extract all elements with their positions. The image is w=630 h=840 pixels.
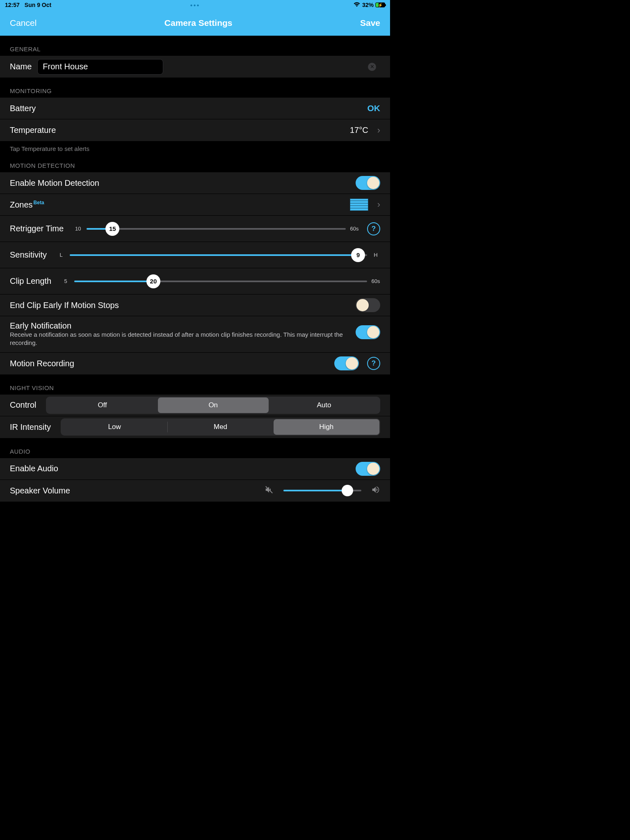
battery-icon: ⚡ bbox=[375, 2, 385, 7]
status-bar: 12:57 Sun 9 Oct ●●● 32% ⚡ bbox=[0, 0, 390, 10]
retrigger-min: 10 bbox=[73, 226, 82, 232]
row-ir-intensity: IR Intensity Low Med High bbox=[0, 416, 390, 438]
retrigger-max: 60s bbox=[350, 226, 359, 232]
early-notif-description: Receive a notification as soon as motion… bbox=[10, 331, 346, 347]
row-zones[interactable]: ZonesBeta › bbox=[0, 194, 390, 216]
status-time: 12:57 bbox=[5, 2, 20, 8]
early-notif-toggle[interactable] bbox=[356, 325, 380, 339]
status-date: Sun 9 Oct bbox=[25, 2, 51, 8]
enable-motion-label: Enable Motion Detection bbox=[10, 178, 99, 188]
ir-high[interactable]: High bbox=[274, 419, 379, 435]
retrigger-help-icon[interactable]: ? bbox=[367, 222, 380, 235]
night-control-segmented: Off On Auto bbox=[46, 397, 380, 414]
name-label: Name bbox=[10, 62, 32, 71]
enable-audio-label: Enable Audio bbox=[10, 464, 58, 473]
row-retrigger: Retrigger Time 10 15 60s ? bbox=[0, 216, 390, 242]
night-control-label: Control bbox=[10, 400, 36, 410]
sensitivity-label: Sensitivity bbox=[10, 250, 47, 260]
enable-motion-toggle[interactable] bbox=[356, 176, 380, 190]
sensitivity-min: L bbox=[57, 252, 66, 258]
ir-intensity-label: IR Intensity bbox=[10, 422, 51, 432]
section-header-audio: AUDIO bbox=[0, 438, 390, 458]
battery-percentage: 32% bbox=[362, 2, 374, 8]
wifi-icon bbox=[353, 2, 361, 8]
night-control-off[interactable]: Off bbox=[47, 397, 158, 413]
clip-length-slider[interactable]: 20 bbox=[74, 281, 367, 282]
clear-name-icon[interactable]: ✕ bbox=[368, 63, 376, 71]
clip-min: 5 bbox=[61, 278, 70, 284]
motion-recording-toggle[interactable] bbox=[334, 356, 359, 370]
retrigger-label: Retrigger Time bbox=[10, 224, 64, 233]
ir-intensity-segmented: Low Med High bbox=[61, 418, 380, 436]
monitoring-footer: Tap Temperature to set alerts bbox=[0, 141, 390, 152]
row-enable-motion: Enable Motion Detection bbox=[0, 172, 390, 194]
section-header-night: NIGHT VISION bbox=[0, 374, 390, 395]
row-motion-recording: Motion Recording ? bbox=[0, 353, 390, 374]
row-enable-audio: Enable Audio bbox=[0, 458, 390, 480]
motion-recording-help-icon[interactable]: ? bbox=[367, 357, 380, 370]
beta-badge: Beta bbox=[34, 200, 44, 205]
zones-grid-icon bbox=[350, 199, 368, 211]
early-notif-label: Early Notification bbox=[10, 321, 346, 331]
chevron-right-icon: › bbox=[377, 199, 380, 210]
volume-mute-icon bbox=[265, 485, 274, 496]
volume-thumb[interactable] bbox=[342, 485, 353, 496]
name-input[interactable] bbox=[37, 59, 163, 75]
row-name: Name ✕ bbox=[0, 56, 390, 78]
retrigger-thumb[interactable]: 15 bbox=[105, 222, 119, 236]
retrigger-slider[interactable]: 15 bbox=[87, 228, 346, 230]
battery-value: OK bbox=[368, 103, 381, 113]
temperature-label: Temperature bbox=[10, 126, 56, 135]
clip-length-label: Clip Length bbox=[10, 276, 51, 286]
save-button[interactable]: Save bbox=[360, 18, 380, 28]
clip-thumb[interactable]: 20 bbox=[146, 274, 160, 288]
nav-bar: Cancel Camera Settings Save bbox=[0, 10, 390, 36]
section-header-monitoring: MONITORING bbox=[0, 78, 390, 98]
row-end-clip-early: End Clip Early If Motion Stops bbox=[0, 294, 390, 316]
row-sensitivity: Sensitivity L 9 H bbox=[0, 242, 390, 268]
motion-recording-label: Motion Recording bbox=[10, 359, 74, 368]
row-battery: Battery OK bbox=[0, 98, 390, 119]
row-speaker-volume: Speaker Volume bbox=[0, 480, 390, 502]
sensitivity-slider[interactable]: 9 bbox=[70, 254, 367, 256]
night-control-on[interactable]: On bbox=[158, 397, 269, 413]
ir-med[interactable]: Med bbox=[167, 419, 273, 435]
zones-label: ZonesBeta bbox=[10, 200, 44, 210]
multitask-dots-icon: ●●● bbox=[190, 3, 200, 7]
cancel-button[interactable]: Cancel bbox=[10, 18, 37, 28]
row-temperature[interactable]: Temperature 17°C › bbox=[0, 119, 390, 141]
sensitivity-thumb[interactable]: 9 bbox=[351, 248, 365, 262]
enable-audio-toggle[interactable] bbox=[356, 462, 380, 476]
speaker-volume-label: Speaker Volume bbox=[10, 486, 70, 495]
row-night-control: Control Off On Auto bbox=[0, 395, 390, 416]
volume-max-icon bbox=[371, 485, 380, 496]
ir-low[interactable]: Low bbox=[62, 419, 167, 435]
section-header-motion: MOTION DETECTION bbox=[0, 152, 390, 172]
row-early-notification: Early Notification Receive a notificatio… bbox=[0, 316, 390, 353]
temperature-value: 17°C bbox=[350, 126, 368, 135]
night-control-auto[interactable]: Auto bbox=[269, 397, 379, 413]
chevron-right-icon: › bbox=[377, 125, 380, 136]
end-clip-label: End Clip Early If Motion Stops bbox=[10, 301, 119, 310]
speaker-volume-slider[interactable] bbox=[283, 490, 361, 491]
battery-label: Battery bbox=[10, 104, 36, 113]
end-clip-toggle[interactable] bbox=[356, 298, 380, 312]
section-header-general: GENERAL bbox=[0, 36, 390, 56]
sensitivity-max: H bbox=[371, 252, 380, 258]
clip-max: 60s bbox=[371, 278, 380, 284]
page-title: Camera Settings bbox=[164, 18, 233, 28]
row-clip-length: Clip Length 5 20 60s bbox=[0, 268, 390, 294]
